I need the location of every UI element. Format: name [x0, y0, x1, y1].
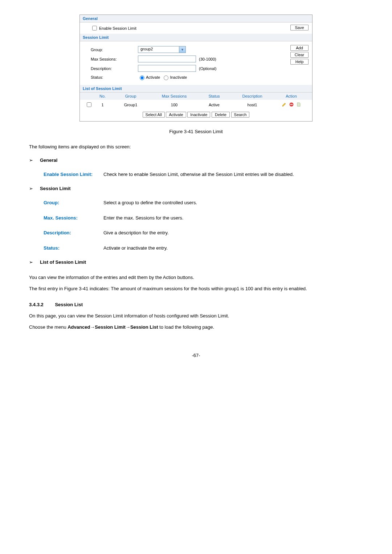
figure-caption: Figure 3-41 Session Limit	[29, 129, 363, 134]
table-row: 1 Group1 100 Active host1	[80, 100, 312, 110]
row-checkbox[interactable]	[87, 102, 91, 107]
col-max: Max Sessions	[151, 94, 198, 98]
search-button[interactable]: Search	[231, 112, 250, 118]
def-status: Activate or inactivate the entry.	[103, 245, 363, 252]
cell-no: 1	[94, 103, 111, 107]
select-all-button[interactable]: Select All	[143, 112, 165, 118]
add-button[interactable]: Add	[290, 45, 309, 51]
desc-hint: (Optional)	[199, 66, 216, 71]
table-button-bar: Select All Activate Inactivate Delete Se…	[80, 110, 312, 121]
delete-icon[interactable]	[289, 102, 294, 107]
activate-radio[interactable]	[140, 75, 144, 80]
description-input[interactable]	[138, 65, 196, 72]
delete-button[interactable]: Delete	[212, 112, 230, 118]
status-label: Status:	[91, 75, 138, 79]
session-limit-panel: General Enable Session Limit Save Sessio…	[79, 15, 313, 122]
max-sessions-input[interactable]	[138, 56, 196, 62]
cell-max: 100	[151, 103, 198, 107]
cell-desc: host1	[230, 103, 274, 107]
max-sessions-label: Max Sessions:	[91, 57, 138, 61]
col-status: Status	[198, 94, 230, 98]
inactivate-label: Inactivate	[170, 75, 187, 79]
bullet-icon: ➢	[29, 186, 40, 191]
term-status: Status:	[44, 245, 103, 252]
heading-para1: On this page, you can view the Session L…	[29, 312, 363, 320]
bullet-session-limit: Session Limit	[40, 186, 71, 191]
activate-label: Activate	[146, 75, 160, 79]
cell-status: Active	[198, 103, 230, 107]
inactivate-radio[interactable]	[164, 75, 168, 80]
svg-rect-1	[290, 104, 293, 105]
group-label: Group:	[91, 48, 138, 52]
general-header: General	[80, 15, 312, 22]
def-group: Select a group to define the controlled …	[103, 199, 363, 206]
description-label: Description:	[91, 66, 138, 71]
list-header: List of Session Limit	[80, 85, 312, 93]
def-enable-session: Check here to enable Session Limit, othe…	[103, 171, 363, 178]
section-number: 3.4.3.2	[29, 302, 44, 307]
list-para1: You can view the information of the entr…	[29, 274, 363, 282]
col-group: Group	[111, 94, 151, 98]
col-no: No.	[94, 94, 111, 98]
term-enable-session: Enable Session Limit:	[44, 171, 103, 178]
table-header-row: No. Group Max Sessions Status Descriptio…	[80, 93, 312, 100]
term-max: Max. Sessions:	[44, 214, 103, 222]
page-icon[interactable]	[296, 102, 301, 107]
bullet-general: General	[40, 157, 57, 163]
bullet-list: List of Session Limit	[40, 259, 86, 265]
bullet-icon: ➢	[29, 259, 40, 265]
session-limit-header: Session Limit	[80, 34, 312, 41]
chevron-down-icon: ▼	[179, 46, 186, 53]
bullet-icon: ➢	[29, 157, 40, 163]
page-number: -67-	[29, 353, 363, 358]
help-button[interactable]: Help	[290, 59, 309, 65]
activate-button[interactable]: Activate	[166, 112, 186, 118]
def-max: Enter the max. Sessions for the users.	[103, 214, 363, 222]
def-desc: Give a description for the entry.	[103, 229, 363, 237]
inactivate-button[interactable]: Inactivate	[187, 112, 210, 118]
heading-para2: Choose the menu Advanced→Session Limit→S…	[29, 324, 363, 331]
group-select[interactable]: group2 ▼	[138, 46, 186, 53]
term-group: Group:	[44, 199, 103, 206]
term-desc: Description:	[44, 229, 103, 237]
enable-session-checkbox[interactable]	[92, 26, 97, 30]
edit-icon[interactable]	[282, 102, 287, 107]
save-button[interactable]: Save	[290, 25, 309, 30]
section-heading: 3.4.3.2 Session List	[29, 302, 363, 307]
cell-group: Group1	[111, 103, 151, 107]
intro-text: The following items are displayed on thi…	[29, 143, 363, 151]
col-action: Action	[274, 94, 309, 98]
group-value: group2	[138, 46, 179, 53]
list-para2: The first entry in Figure 3-41 indicates…	[29, 285, 363, 293]
section-title: Session List	[55, 302, 83, 307]
col-desc: Description	[230, 94, 274, 98]
max-hint: (30-1000)	[199, 57, 216, 61]
clear-button[interactable]: Clear	[290, 52, 309, 58]
enable-session-label: Enable Session Limit	[99, 26, 136, 30]
